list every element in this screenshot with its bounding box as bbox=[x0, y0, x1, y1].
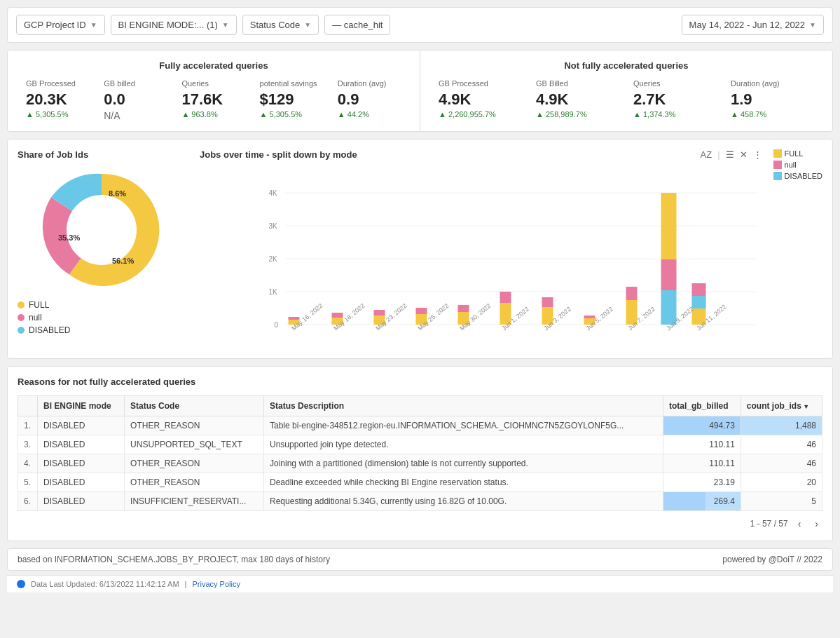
row-jobs-3: 20 bbox=[741, 473, 822, 492]
row-mode-4: DISABLED bbox=[38, 492, 125, 511]
svg-text:2K: 2K bbox=[269, 255, 278, 263]
fa-queries-label: Queries bbox=[181, 79, 245, 88]
fa-gb-processed: GB Processed 20.3K 5,305.5% bbox=[19, 79, 97, 121]
status-code-filter[interactable]: Status Code ▼ bbox=[242, 15, 319, 35]
date-range-filter[interactable]: May 14, 2022 - Jun 12, 2022 ▼ bbox=[682, 15, 824, 35]
col-row-num bbox=[18, 396, 38, 416]
next-page-button[interactable]: › bbox=[811, 517, 822, 531]
nfa-gb-billed-value: 4.9K bbox=[536, 90, 619, 109]
footer-bar: based on INFORMATION_SCHEMA.JOBS_BY_PROJ… bbox=[7, 548, 833, 571]
legend-full: FULL bbox=[18, 300, 186, 310]
svg-rect-23 bbox=[458, 305, 469, 312]
row-jobs-0: 1,488 bbox=[741, 416, 822, 435]
null-color-dot bbox=[18, 314, 25, 321]
reasons-table: BI ENGINE mode Status Code Status Descri… bbox=[18, 395, 822, 511]
row-code-2: OTHER_REASON bbox=[125, 454, 264, 473]
bar-null-color bbox=[773, 161, 782, 169]
nfa-gb-processed-value: 4.9K bbox=[439, 90, 522, 109]
row-num-4: 6. bbox=[18, 492, 38, 511]
disabled-color-dot bbox=[18, 327, 25, 334]
bar-disabled-label: DISABLED bbox=[785, 172, 822, 180]
fa-gb-processed-value: 20.3K bbox=[26, 90, 90, 109]
legend-null-label: null bbox=[29, 313, 42, 323]
row-mode-1: DISABLED bbox=[38, 435, 125, 454]
fa-gb-billed-value: 0.0 bbox=[104, 90, 167, 109]
row-desc-3: Deadline exceeded while checking BI Engi… bbox=[264, 473, 663, 492]
nfa-queries-change: 1,374.3% bbox=[633, 110, 717, 118]
footer-left-text: based on INFORMATION_SCHEMA.JOBS_BY_PROJ… bbox=[18, 555, 330, 564]
table-header-row: BI ENGINE mode Status Code Status Descri… bbox=[18, 396, 822, 416]
date-range-label: May 14, 2022 - Jun 12, 2022 bbox=[689, 20, 806, 30]
bar-full-color bbox=[773, 149, 782, 158]
sort-az-control[interactable]: AZ bbox=[701, 149, 712, 160]
bar-chart-title: Jobs over time - split down by mode bbox=[200, 149, 357, 160]
clear-control[interactable]: ✕ bbox=[740, 149, 748, 160]
not-fully-accelerated-panel: Not fully accelerated queries GB Process… bbox=[420, 50, 832, 131]
prev-page-button[interactable]: ‹ bbox=[794, 517, 806, 531]
filter-control[interactable]: ☰ bbox=[726, 149, 734, 160]
bar-chart-area: 0 1K 2K 3K 4K bbox=[200, 180, 822, 348]
nfa-gb-billed: GB Billed 4.9K 258,989.7% bbox=[529, 79, 626, 118]
status-code-label: Status Code bbox=[250, 20, 301, 30]
svg-text:3K: 3K bbox=[269, 222, 278, 230]
svg-text:1K: 1K bbox=[269, 288, 278, 296]
table-row: 3. DISABLED UNSUPPORTED_SQL_TEXT Unsuppo… bbox=[18, 435, 822, 454]
data-last-updated: Data Last Updated: 6/13/2022 11:42:12 AM bbox=[31, 580, 179, 588]
svg-rect-31 bbox=[626, 287, 638, 300]
row-desc-1: Unsupported join type detected. bbox=[264, 435, 663, 454]
table-body: 1. DISABLED OTHER_REASON Table bi-engine… bbox=[18, 416, 822, 511]
svg-text:4K: 4K bbox=[269, 189, 278, 197]
svg-rect-15 bbox=[289, 317, 300, 320]
bar-chart-section: Jobs over time - split down by mode AZ |… bbox=[200, 149, 822, 348]
nfa-duration-value: 1.9 bbox=[731, 90, 814, 109]
row-code-0: OTHER_REASON bbox=[125, 416, 264, 435]
col-bi-engine-mode: BI ENGINE mode bbox=[38, 396, 125, 416]
svg-rect-32 bbox=[661, 193, 677, 259]
gcp-project-filter[interactable]: GCP Project ID ▼ bbox=[16, 15, 105, 35]
nfa-queries-value: 2.7K bbox=[633, 90, 717, 109]
bar-full-label: FULL bbox=[785, 149, 804, 158]
row-code-4: INSUFFICIENT_RESERVATI... bbox=[125, 492, 264, 511]
fa-gb-billed-label: GB billed bbox=[104, 79, 167, 88]
more-control[interactable]: ⋮ bbox=[753, 149, 762, 160]
fully-accelerated-title: Fully accelerated queries bbox=[19, 60, 408, 71]
fa-gb-processed-change: 5,305.5% bbox=[26, 110, 90, 118]
row-num-2: 4. bbox=[18, 454, 38, 473]
nfa-gb-billed-change: 258,989.7% bbox=[536, 110, 619, 118]
bar-legend-full: FULL bbox=[773, 149, 822, 158]
row-mode-2: DISABLED bbox=[38, 454, 125, 473]
bar-disabled-color bbox=[773, 172, 782, 180]
svg-text:35.3%: 35.3% bbox=[58, 233, 80, 242]
cache-hit-filter[interactable]: — cache_hit bbox=[324, 15, 390, 35]
svg-rect-27 bbox=[542, 297, 553, 307]
pagination-info: 1 - 57 / 57 bbox=[750, 519, 788, 529]
nfa-gb-processed: GB Processed 4.9K 2,260,955.7% bbox=[432, 79, 529, 118]
table-row: 1. DISABLED OTHER_REASON Table bi-engine… bbox=[18, 416, 822, 435]
row-code-1: UNSUPPORTED_SQL_TEXT bbox=[125, 435, 264, 454]
fa-savings-label: potential savings bbox=[260, 79, 324, 88]
bar-legend-null: null bbox=[773, 161, 822, 169]
row-mode-3: DISABLED bbox=[38, 473, 125, 492]
privacy-policy-link[interactable]: Privacy Policy bbox=[192, 580, 240, 588]
svg-rect-17 bbox=[332, 313, 343, 318]
table-section-title: Reasons for not fully accelerated querie… bbox=[18, 376, 822, 387]
bi-engine-mode-arrow: ▼ bbox=[222, 21, 229, 29]
row-jobs-2: 46 bbox=[741, 454, 822, 473]
fa-queries-value: 17.6K bbox=[181, 90, 245, 109]
fa-gb-processed-label: GB Processed bbox=[26, 79, 90, 88]
svg-rect-21 bbox=[416, 308, 427, 314]
fa-queries: Queries 17.6K 963.8% bbox=[174, 79, 252, 121]
row-gb-3: 23.19 bbox=[663, 473, 741, 492]
col-job-ids[interactable]: count job_ids bbox=[741, 396, 822, 416]
fully-accelerated-metrics: GB Processed 20.3K 5,305.5% GB billed 0.… bbox=[19, 79, 408, 121]
fa-duration-change: 44.2% bbox=[338, 110, 401, 118]
gcp-project-arrow: ▼ bbox=[90, 21, 97, 29]
svg-text:0: 0 bbox=[275, 321, 279, 329]
row-desc-2: Joining with a partitioned (dimension) t… bbox=[264, 454, 663, 473]
table-row: 5. DISABLED OTHER_REASON Deadline exceed… bbox=[18, 473, 822, 492]
nfa-gb-processed-change: 2,260,955.7% bbox=[439, 110, 522, 118]
svg-text:8.6%: 8.6% bbox=[109, 189, 126, 198]
fa-duration: Duration (avg) 0.9 44.2% bbox=[331, 79, 408, 121]
row-code-3: OTHER_REASON bbox=[125, 473, 264, 492]
bi-engine-mode-filter[interactable]: BI ENGINE MODE:... (1) ▼ bbox=[111, 15, 237, 35]
